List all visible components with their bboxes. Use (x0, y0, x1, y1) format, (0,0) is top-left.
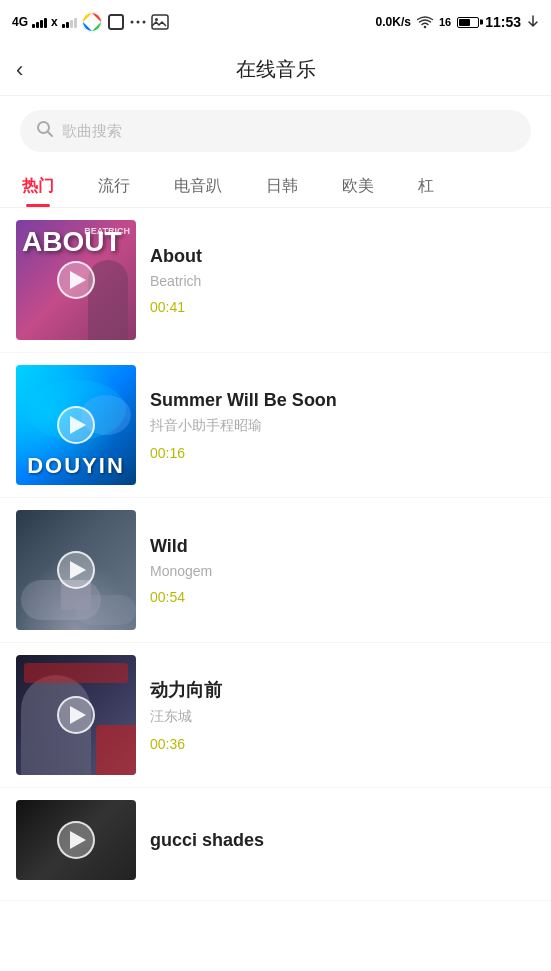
song-title-gucci: gucci shades (150, 830, 535, 851)
back-button[interactable]: ‹ (16, 57, 23, 83)
song-info-summer: Summer Will Be Soon 抖音小助手程昭瑜 00:16 (150, 390, 535, 461)
signal-bars-2 (62, 16, 77, 28)
song-thumbnail-about: BEATRICH ABOUT (16, 220, 136, 340)
song-title-summer: Summer Will Be Soon (150, 390, 535, 411)
svg-line-9 (48, 132, 53, 137)
song-artist-summer: 抖音小助手程昭瑜 (150, 417, 535, 435)
square-icon (107, 13, 125, 31)
song-thumbnail-summer: DOUYIN (16, 365, 136, 485)
song-duration-wild: 00:54 (150, 589, 535, 605)
dots-icon (129, 13, 147, 31)
category-tabs: 热门 流行 电音趴 日韩 欧美 杠 (0, 162, 551, 208)
svg-point-5 (142, 21, 145, 24)
song-info-about: About Beatrich 00:41 (150, 246, 535, 315)
play-button-about[interactable] (57, 261, 95, 299)
song-info-power: 动力向前 汪东城 00:36 (150, 678, 535, 752)
tab-more[interactable]: 杠 (396, 170, 456, 203)
thumb-text-about: ABOUT (22, 228, 122, 256)
page-title: 在线音乐 (236, 56, 316, 83)
svg-point-3 (130, 21, 133, 24)
svg-point-7 (155, 18, 158, 21)
svg-point-4 (136, 21, 139, 24)
search-bar[interactable]: 歌曲搜索 (20, 110, 531, 152)
status-bar: 4G x (0, 0, 551, 44)
download-icon (527, 15, 539, 29)
song-item-gucci[interactable]: gucci shades (0, 788, 551, 901)
svg-point-1 (88, 18, 96, 26)
thumb-text-summer: DOUYIN (27, 453, 125, 479)
song-info-wild: Wild Monogem 00:54 (150, 536, 535, 605)
signal-4g: 4G (12, 15, 28, 29)
thumb-red-power (96, 725, 136, 775)
song-artist-power: 汪东城 (150, 708, 535, 726)
svg-rect-6 (152, 15, 168, 29)
song-item-about[interactable]: BEATRICH ABOUT About Beatrich 00:41 (0, 208, 551, 353)
song-item-power[interactable]: 动力向前 汪东城 00:36 (0, 643, 551, 788)
tab-hot[interactable]: 热门 (0, 170, 76, 203)
song-thumbnail-wild (16, 510, 136, 630)
network-speed: 0.0K/s (376, 15, 411, 29)
status-time: 11:53 (485, 14, 521, 30)
song-duration-power: 00:36 (150, 736, 535, 752)
song-list: BEATRICH ABOUT About Beatrich 00:41 DOUY… (0, 208, 551, 901)
search-bar-wrapper: 歌曲搜索 (0, 96, 551, 162)
tab-western[interactable]: 欧美 (320, 170, 396, 203)
song-thumbnail-gucci (16, 800, 136, 880)
search-icon (36, 120, 54, 142)
song-duration-summer: 00:16 (150, 445, 535, 461)
song-title-wild: Wild (150, 536, 535, 557)
song-thumbnail-power (16, 655, 136, 775)
song-artist-about: Beatrich (150, 273, 535, 289)
song-info-gucci: gucci shades (150, 830, 535, 851)
song-title-power: 动力向前 (150, 678, 535, 702)
signal-x: x (51, 15, 58, 29)
wifi-icon (417, 15, 433, 29)
tab-jpkr[interactable]: 日韩 (244, 170, 320, 203)
image-icon (151, 13, 169, 31)
battery-percent: 16 (439, 16, 451, 28)
tab-edm[interactable]: 电音趴 (152, 170, 244, 203)
battery-icon (457, 17, 479, 28)
play-button-wild[interactable] (57, 551, 95, 589)
status-left: 4G x (12, 11, 169, 33)
svg-rect-2 (109, 15, 123, 29)
song-title-about: About (150, 246, 535, 267)
song-item-summer[interactable]: DOUYIN Summer Will Be Soon 抖音小助手程昭瑜 00:1… (0, 353, 551, 498)
tab-popular[interactable]: 流行 (76, 170, 152, 203)
song-artist-wild: Monogem (150, 563, 535, 579)
song-duration-about: 00:41 (150, 299, 535, 315)
search-placeholder: 歌曲搜索 (62, 122, 122, 141)
status-right: 0.0K/s 16 11:53 (376, 14, 539, 30)
header: ‹ 在线音乐 (0, 44, 551, 96)
app-icon (81, 11, 103, 33)
play-button-gucci[interactable] (57, 821, 95, 859)
song-item-wild[interactable]: Wild Monogem 00:54 (0, 498, 551, 643)
play-button-summer[interactable] (57, 406, 95, 444)
signal-bars-1 (32, 16, 47, 28)
play-button-power[interactable] (57, 696, 95, 734)
